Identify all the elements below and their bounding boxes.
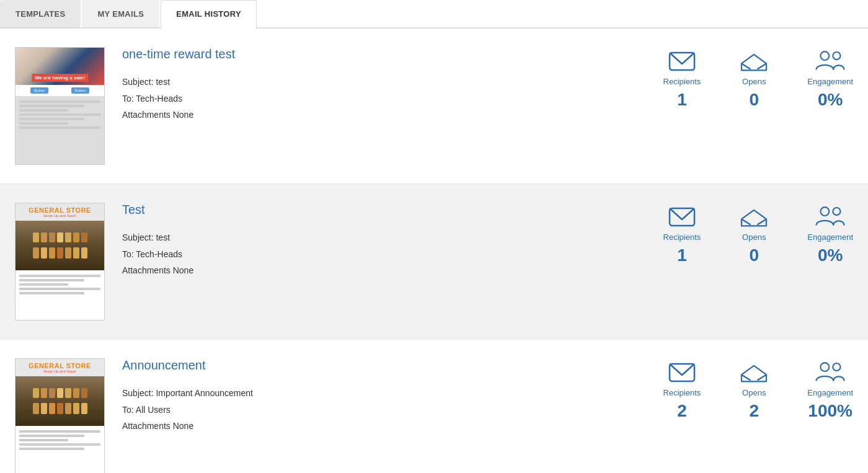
tab-templates[interactable]: TEMPLATES	[0, 0, 81, 27]
email-item-1: We are having a sale! Button Button	[0, 29, 868, 184]
thumb-btn-2: Button	[71, 87, 89, 94]
opens-icon-2	[738, 203, 770, 229]
email-info-1: one-time reward test Subject: test To: T…	[122, 47, 639, 123]
email-details-3: Subject: Important Announcement To: All …	[122, 385, 639, 435]
thumb-line	[19, 113, 100, 116]
tab-bar: TEMPLATES MY EMAILS EMAIL HISTORY	[0, 0, 868, 29]
engagement-icon-3	[814, 358, 846, 384]
thumb-line	[19, 435, 84, 437]
stat-opens-3: Opens 2	[738, 358, 770, 421]
stat-recipients-2: Recipients 1	[663, 203, 701, 265]
thumb-store-img-3	[16, 376, 104, 426]
stat-engagement-label-1: Engagement	[807, 77, 853, 86]
email-subject-1: Subject: test	[122, 74, 639, 91]
email-info-2: Test Subject: test To: Tech-Heads Attach…	[122, 203, 639, 279]
stat-engagement-3: Engagement 100%	[807, 358, 853, 421]
email-to-3: To: All Users	[122, 402, 639, 418]
thumb-buttons: Button Button	[16, 85, 104, 96]
stat-engagement-2: Engagement 0%	[807, 203, 853, 265]
stat-recipients-label-2: Recipients	[663, 232, 701, 242]
email-details-2: Subject: test To: Tech-Heads Attachments…	[122, 229, 639, 279]
thumb-sale-header: We are having a sale!	[16, 48, 104, 85]
thumb-line	[19, 126, 100, 129]
thumb-btn-1: Button	[30, 87, 48, 94]
email-title-1[interactable]: one-time reward test	[122, 47, 639, 61]
app-container: TEMPLATES MY EMAILS EMAIL HISTORY We are…	[0, 0, 868, 473]
email-attachments-2: Attachments None	[122, 262, 639, 279]
email-item-2: GENERAL STORE Stock Up and Save!	[0, 184, 868, 340]
thumb-sale-banner: We are having a sale!	[32, 74, 88, 82]
email-thumbnail-3: GENERAL STORE Stock Up and Save!	[15, 358, 105, 473]
thumb-line	[19, 122, 68, 125]
stat-opens-value-2: 0	[749, 245, 759, 265]
thumb-lines-3	[16, 426, 104, 473]
stat-opens-value-1: 0	[749, 90, 759, 110]
thumb-line	[19, 279, 84, 281]
tab-my-emails[interactable]: MY EMAILS	[82, 0, 159, 27]
email-thumbnail-1: We are having a sale! Button Button	[15, 47, 105, 165]
stat-opens-1: Opens 0	[738, 47, 770, 110]
email-attachments-1: Attachments None	[122, 107, 639, 123]
stat-recipients-3: Recipients 2	[663, 358, 701, 421]
stat-engagement-1: Engagement 0%	[807, 47, 853, 110]
email-details-1: Subject: test To: Tech-Heads Attachments…	[122, 74, 639, 123]
svg-point-1	[821, 51, 830, 60]
stat-engagement-label-3: Engagement	[807, 388, 853, 397]
email-title-3[interactable]: Announcement	[122, 358, 639, 373]
engagement-icon-2	[814, 203, 846, 229]
thumb-line	[19, 275, 100, 277]
stat-opens-value-3: 2	[749, 401, 759, 421]
thumb-store-title-2: GENERAL STORE Stock Up and Save!	[29, 206, 91, 218]
email-thumbnail-2: GENERAL STORE Stock Up and Save!	[15, 203, 105, 320]
stat-recipients-value-3: 2	[677, 401, 687, 421]
thumb-store-img-2	[16, 221, 104, 270]
email-subject-2: Subject: test	[122, 229, 639, 246]
stat-recipients-1: Recipients 1	[663, 47, 701, 110]
svg-point-2	[833, 52, 840, 60]
thumb-line	[19, 448, 84, 450]
stat-recipients-label-3: Recipients	[663, 388, 701, 397]
recipients-icon-2	[666, 203, 698, 229]
stat-engagement-value-1: 0%	[818, 90, 843, 110]
stat-recipients-label-1: Recipients	[663, 77, 701, 86]
thumb-line	[19, 100, 100, 103]
svg-point-7	[821, 363, 830, 371]
stats-2: Recipients 1 Opens 0	[639, 203, 853, 265]
thumb-line	[19, 288, 100, 290]
email-to-2: To: Tech-Heads	[122, 246, 639, 263]
stat-opens-label-1: Opens	[742, 77, 766, 86]
thumb-line	[19, 283, 68, 286]
recipients-icon-1	[666, 47, 698, 73]
email-title-2[interactable]: Test	[122, 203, 639, 217]
stat-engagement-value-3: 100%	[808, 401, 852, 421]
thumb-store-title-3: GENERAL STORE Stock Up and Save!	[29, 362, 91, 373]
thumb-line	[19, 118, 84, 120]
tab-email-history[interactable]: EMAIL HISTORY	[161, 0, 257, 29]
opens-icon-1	[738, 47, 770, 73]
stat-opens-2: Opens 0	[738, 203, 770, 265]
svg-point-5	[833, 208, 840, 215]
email-attachments-3: Attachments None	[122, 418, 639, 435]
stat-recipients-value-2: 1	[677, 245, 687, 265]
recipients-icon-3	[666, 358, 698, 384]
stat-engagement-label-2: Engagement	[807, 232, 853, 242]
stats-1: Recipients 1 Opens 0	[639, 47, 853, 110]
thumb-line	[19, 443, 100, 446]
email-item-3: GENERAL STORE Stock Up and Save!	[0, 340, 868, 473]
thumb-lines-2	[16, 270, 104, 320]
stat-engagement-value-2: 0%	[818, 245, 843, 265]
stats-3: Recipients 2 Opens 2	[639, 358, 853, 421]
thumb-line	[19, 439, 68, 441]
stat-opens-label-3: Opens	[742, 388, 766, 397]
engagement-icon-1	[814, 47, 846, 73]
thumb-line	[19, 109, 68, 112]
svg-point-8	[833, 363, 840, 371]
email-subject-3: Subject: Important Announcement	[122, 385, 639, 402]
thumb-line	[19, 105, 84, 107]
thumb-store-header-3: GENERAL STORE Stock Up and Save!	[16, 359, 104, 376]
thumb-line	[19, 430, 100, 433]
thumb-line	[19, 292, 84, 294]
stat-recipients-value-1: 1	[677, 90, 687, 110]
thumb-lines	[16, 96, 104, 164]
email-to-1: To: Tech-Heads	[122, 91, 639, 107]
